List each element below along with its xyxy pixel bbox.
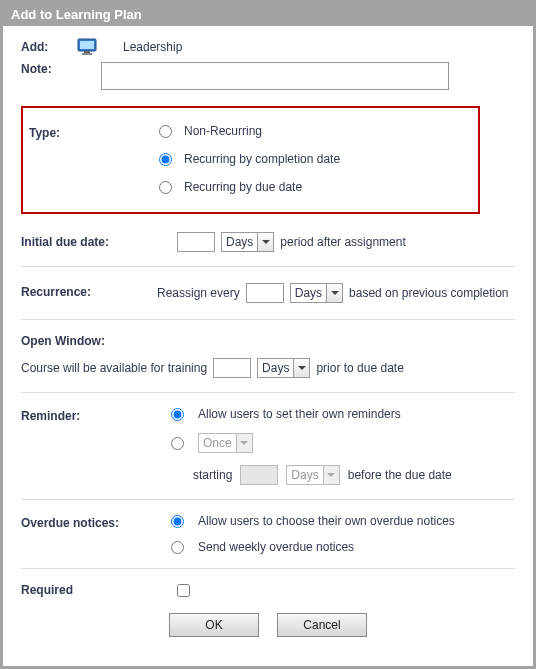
open-window-prefix: Course will be available for training	[21, 361, 207, 375]
initial-due-unit-select[interactable]: Days	[221, 232, 274, 252]
reminder-starting-suffix: before the due date	[348, 468, 452, 482]
overdue-options: Allow users to choose their own overdue …	[171, 514, 515, 554]
chevron-down-icon	[323, 466, 339, 484]
initial-due-row: Initial due date: Days period after assi…	[21, 232, 515, 252]
add-label: Add:	[21, 40, 77, 54]
add-to-learning-plan-dialog: Add to Learning Plan Add: Leadership Not…	[0, 0, 536, 669]
item-name: Leadership	[123, 40, 182, 54]
type-option-by-due[interactable]: Recurring by due date	[159, 180, 464, 194]
note-label: Note:	[21, 62, 77, 76]
divider	[21, 499, 515, 500]
recurrence-unit-select[interactable]: Days	[290, 283, 343, 303]
reminder-once-radio[interactable]	[171, 437, 184, 450]
note-row: Note:	[21, 62, 515, 90]
monitor-icon	[77, 38, 99, 56]
chevron-down-icon	[257, 233, 273, 251]
recurrence-label: Recurrence:	[21, 281, 151, 299]
recurrence-row: Recurrence: Reassign every Days based on…	[21, 281, 515, 305]
type-options: Non-Recurring Recurring by completion da…	[159, 124, 464, 194]
select-value: Days	[226, 235, 253, 249]
overdue-allow-users-label: Allow users to choose their own overdue …	[198, 514, 455, 528]
overdue-weekly-label: Send weekly overdue notices	[198, 540, 354, 554]
open-window-suffix: prior to due date	[316, 361, 403, 375]
required-row: Required	[21, 583, 515, 597]
radio-by-completion[interactable]	[159, 153, 172, 166]
select-value: Once	[203, 436, 232, 450]
divider	[21, 266, 515, 267]
reminder-options: Allow users to set their own reminders O…	[171, 407, 515, 485]
open-window-label: Open Window:	[21, 334, 515, 348]
recurrence-prefix: Reassign every	[157, 281, 240, 305]
radio-non-recurring[interactable]	[159, 125, 172, 138]
type-option-label: Recurring by due date	[184, 180, 302, 194]
open-window-row: Course will be available for training Da…	[21, 358, 515, 378]
select-value: Days	[262, 361, 289, 375]
chevron-down-icon	[236, 434, 252, 452]
type-option-label: Non-Recurring	[184, 124, 262, 138]
reminder-starting-value	[240, 465, 278, 485]
required-label: Required	[21, 583, 171, 597]
reminder-starting-row: starting Days before the due date	[193, 465, 515, 485]
reminder-once-select[interactable]: Once	[198, 433, 253, 453]
overdue-label: Overdue notices:	[21, 514, 171, 530]
dialog-buttons: OK Cancel	[21, 613, 515, 637]
svg-rect-2	[84, 51, 90, 53]
dialog-title: Add to Learning Plan	[3, 3, 533, 26]
initial-due-label: Initial due date:	[21, 235, 171, 249]
reminder-allow-users-radio[interactable]	[171, 408, 184, 421]
select-value: Days	[291, 468, 318, 482]
cancel-button[interactable]: Cancel	[277, 613, 367, 637]
add-row: Add: Leadership	[21, 38, 515, 56]
divider	[21, 568, 515, 569]
type-label: Type:	[29, 124, 159, 140]
recurrence-suffix: based on previous completion	[349, 281, 508, 305]
svg-rect-3	[82, 53, 92, 55]
divider	[21, 392, 515, 393]
reminder-starting-unit-select: Days	[286, 465, 339, 485]
svg-rect-1	[80, 41, 94, 49]
initial-due-suffix: period after assignment	[280, 235, 405, 249]
chevron-down-icon	[293, 359, 309, 377]
overdue-row: Overdue notices: Allow users to choose t…	[21, 514, 515, 554]
overdue-weekly-radio[interactable]	[171, 541, 184, 554]
chevron-down-icon	[326, 284, 342, 302]
type-option-non-recurring[interactable]: Non-Recurring	[159, 124, 464, 138]
note-input[interactable]	[101, 62, 449, 90]
dialog-content: Add: Leadership Note: Type:	[3, 26, 533, 647]
type-option-by-completion[interactable]: Recurring by completion date	[159, 152, 464, 166]
required-checkbox[interactable]	[177, 584, 190, 597]
ok-button[interactable]: OK	[169, 613, 259, 637]
reminder-starting-label: starting	[193, 468, 232, 482]
type-highlight-box: Type: Non-Recurring Recurring by complet…	[21, 106, 480, 214]
divider	[21, 319, 515, 320]
overdue-allow-users-radio[interactable]	[171, 515, 184, 528]
open-window-unit-select[interactable]: Days	[257, 358, 310, 378]
radio-by-due[interactable]	[159, 181, 172, 194]
select-value: Days	[295, 281, 322, 305]
initial-due-value[interactable]	[177, 232, 215, 252]
reminder-allow-users-label: Allow users to set their own reminders	[198, 407, 401, 421]
type-option-label: Recurring by completion date	[184, 152, 340, 166]
reminder-label: Reminder:	[21, 407, 171, 423]
reminder-row: Reminder: Allow users to set their own r…	[21, 407, 515, 485]
recurrence-value[interactable]	[246, 283, 284, 303]
open-window-value[interactable]	[213, 358, 251, 378]
